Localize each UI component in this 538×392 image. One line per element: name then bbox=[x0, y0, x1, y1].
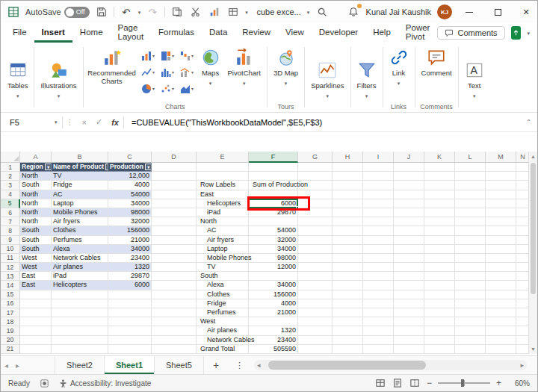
cell-D16[interactable] bbox=[152, 299, 197, 308]
normal-view-icon[interactable] bbox=[375, 378, 386, 388]
cell-K1[interactable] bbox=[424, 163, 455, 172]
cell-A19[interactable] bbox=[20, 326, 52, 335]
cell-B17[interactable] bbox=[52, 308, 108, 317]
cell-A16[interactable] bbox=[20, 299, 52, 308]
cell-I17[interactable] bbox=[363, 308, 394, 317]
cell-G8[interactable] bbox=[298, 226, 333, 235]
cell-H10[interactable] bbox=[333, 245, 363, 254]
cell-J1[interactable] bbox=[394, 163, 424, 172]
scroll-right-icon[interactable]: ▸ bbox=[517, 361, 527, 369]
cell-H14[interactable] bbox=[333, 281, 363, 290]
column-header-K[interactable]: K bbox=[424, 152, 455, 163]
sheet-tab-sheet5[interactable]: Sheet5 bbox=[155, 356, 204, 374]
cell-K11[interactable] bbox=[424, 254, 455, 263]
ribbon-tab-home[interactable]: Home bbox=[72, 23, 111, 43]
scroll-up-icon[interactable]: ▲ bbox=[529, 152, 537, 161]
cell-E17[interactable]: Perfumes bbox=[197, 308, 249, 317]
sheet-nav-left-icon[interactable]: ◂ bbox=[1, 356, 12, 374]
qat-cut-icon[interactable] bbox=[189, 4, 202, 19]
column-header-D[interactable]: D bbox=[152, 152, 197, 163]
row-header-1[interactable]: 1 bbox=[1, 163, 20, 172]
qat-chart-icon[interactable] bbox=[208, 4, 221, 19]
cell-D10[interactable] bbox=[152, 245, 197, 254]
cell-L19[interactable] bbox=[455, 326, 486, 335]
zoom-slider[interactable] bbox=[438, 382, 490, 384]
cell-E9[interactable]: Air fryers bbox=[197, 236, 249, 245]
cell-B8[interactable]: Clothes bbox=[52, 226, 108, 235]
insert-function-icon[interactable]: fx bbox=[107, 118, 123, 127]
cell-I3[interactable] bbox=[363, 181, 394, 190]
cell-B5[interactable]: Laptop bbox=[52, 199, 108, 208]
cell-M4[interactable] bbox=[486, 190, 516, 199]
cell-J7[interactable] bbox=[394, 217, 424, 226]
cell-B20[interactable] bbox=[52, 336, 108, 345]
cell-E14[interactable]: Alexa bbox=[197, 281, 249, 290]
cell-L11[interactable] bbox=[455, 254, 486, 263]
cell-J11[interactable] bbox=[394, 254, 424, 263]
row-header-12[interactable]: 12 bbox=[1, 263, 20, 272]
statistic-chart-icon[interactable]: ▾ bbox=[158, 65, 177, 80]
redo-icon[interactable]: ↷ bbox=[146, 4, 159, 19]
zoom-in-icon[interactable]: + bbox=[496, 378, 501, 388]
cell-A21[interactable] bbox=[20, 345, 52, 354]
cell-E16[interactable]: Fridge bbox=[197, 299, 249, 308]
cell-A11[interactable]: West bbox=[20, 254, 52, 263]
cell-A12[interactable]: West bbox=[20, 263, 52, 272]
cell-B10[interactable]: Alexa bbox=[52, 245, 108, 254]
cell-L18[interactable] bbox=[455, 317, 486, 326]
cell-C3[interactable]: 4000 bbox=[108, 181, 152, 190]
cell-H6[interactable] bbox=[333, 208, 363, 217]
cell-H15[interactable] bbox=[333, 290, 363, 299]
cell-F16[interactable]: 4000 bbox=[249, 299, 298, 308]
cell-I19[interactable] bbox=[363, 326, 394, 335]
column-header-E[interactable]: E bbox=[197, 152, 249, 163]
cell-H13[interactable] bbox=[333, 272, 363, 281]
user-name[interactable]: Kunal Jai Kaushik bbox=[366, 7, 431, 16]
column-header-B[interactable]: B bbox=[52, 152, 108, 163]
recommended-charts-button[interactable]: Recommended Charts bbox=[87, 45, 137, 86]
share-button[interactable] bbox=[511, 26, 522, 40]
cell-J6[interactable] bbox=[394, 208, 424, 217]
cell-C16[interactable] bbox=[108, 299, 152, 308]
cell-E7[interactable]: North bbox=[197, 217, 249, 226]
cell-D4[interactable] bbox=[152, 190, 197, 199]
cell-D2[interactable] bbox=[152, 172, 197, 181]
cell-E20[interactable]: Network Cables bbox=[197, 336, 249, 345]
cell-B1[interactable]: Name of Product▾ bbox=[52, 163, 108, 172]
waterfall-chart-icon[interactable]: ▾ bbox=[178, 49, 197, 63]
cell-H21[interactable] bbox=[333, 345, 363, 354]
qat-copy-icon[interactable] bbox=[170, 4, 184, 19]
cell-M18[interactable] bbox=[486, 317, 516, 326]
cell-E21[interactable]: Grand Total bbox=[197, 345, 249, 354]
name-box[interactable]: F5 bbox=[1, 118, 55, 127]
cell-H19[interactable] bbox=[333, 326, 363, 335]
ribbon-tab-help[interactable]: Help bbox=[365, 23, 398, 43]
search-bar[interactable]: cube exce... ▾ bbox=[256, 4, 329, 19]
row-header-10[interactable]: 10 bbox=[1, 245, 20, 254]
row-header-7[interactable]: 7 bbox=[1, 217, 20, 226]
line-chart-icon[interactable]: ▾ bbox=[139, 65, 158, 80]
maximize-button[interactable] bbox=[486, 1, 509, 23]
cell-K10[interactable] bbox=[424, 245, 455, 254]
cell-D12[interactable] bbox=[152, 263, 197, 272]
cell-A1[interactable]: Region▾ bbox=[20, 163, 52, 172]
horizontal-scrollbar[interactable]: ◂ ▸ bbox=[254, 360, 527, 370]
cell-F2[interactable] bbox=[249, 172, 298, 181]
cell-G9[interactable] bbox=[298, 236, 333, 245]
cell-C2[interactable]: 12,000 bbox=[108, 172, 152, 181]
cell-D7[interactable] bbox=[152, 217, 197, 226]
cell-L14[interactable] bbox=[455, 281, 486, 290]
column-header-C[interactable]: C bbox=[108, 152, 152, 163]
cell-E12[interactable]: TV bbox=[197, 263, 249, 272]
cell-M17[interactable] bbox=[486, 308, 516, 317]
row-header-11[interactable]: 11 bbox=[1, 254, 20, 263]
qat-dropdown-icon[interactable]: ▾ bbox=[245, 10, 248, 15]
cell-H12[interactable] bbox=[333, 263, 363, 272]
cell-L13[interactable] bbox=[455, 272, 486, 281]
cell-E8[interactable]: AC bbox=[197, 226, 249, 235]
cell-I10[interactable] bbox=[363, 245, 394, 254]
cell-E13[interactable]: South bbox=[197, 272, 249, 281]
cell-A3[interactable]: South bbox=[20, 181, 52, 190]
cell-L16[interactable] bbox=[455, 299, 486, 308]
cell-C9[interactable]: 21000 bbox=[108, 236, 152, 245]
